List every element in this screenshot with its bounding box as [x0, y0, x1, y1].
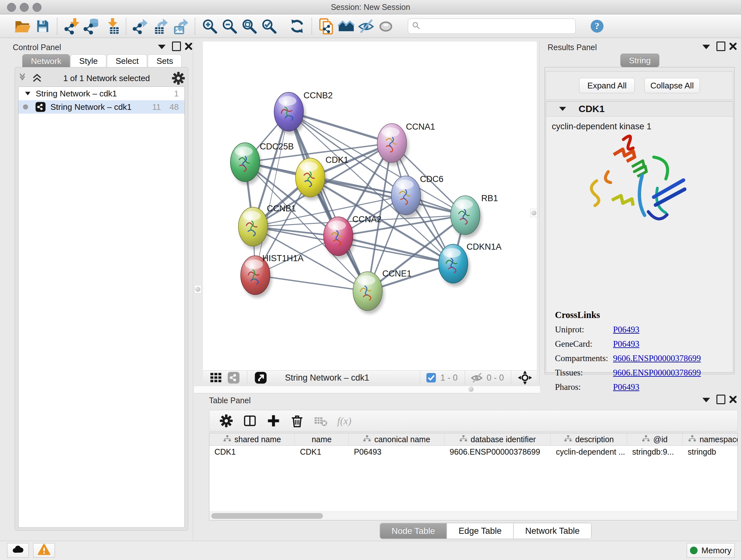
zoom-out-icon[interactable] [219, 16, 239, 36]
results-panel-menu-icon[interactable] [701, 42, 712, 52]
results-panel-close-icon[interactable] [728, 41, 738, 52]
tab-sets[interactable]: Sets [148, 54, 182, 68]
expand-all-button[interactable]: Expand All [579, 78, 635, 93]
edge-HIST1H1A-CCNE1[interactable] [255, 275, 367, 291]
table-row[interactable]: CDK1CDK1P064939606.ENSP00000378699cyclin… [209, 446, 738, 458]
node-gloss [443, 248, 461, 258]
column-header--id[interactable]: @id [627, 433, 683, 445]
control-panel-float-icon[interactable] [171, 41, 182, 52]
table-hscrollbar[interactable] [209, 511, 738, 520]
new-network-from-selection-icon[interactable] [317, 16, 336, 36]
table-cell[interactable]: 9606.ENSP00000378699 [445, 446, 551, 458]
control-panel-close-icon[interactable] [183, 41, 194, 52]
right-splitter-handle[interactable] [530, 209, 537, 217]
column-header-description[interactable]: description [551, 433, 627, 445]
zoom-fit-icon[interactable] [239, 16, 259, 36]
view-network-icon[interactable] [225, 368, 243, 388]
search-input[interactable] [423, 21, 571, 31]
detach-view-icon[interactable] [252, 368, 270, 388]
hide-selected-icon[interactable] [356, 16, 376, 36]
table-panel-menu-icon[interactable] [701, 395, 712, 406]
tab-style[interactable]: Style [71, 54, 106, 68]
zoom-in-icon[interactable] [200, 16, 219, 36]
tab-network-table[interactable]: Network Table [514, 523, 592, 539]
table-panel-float-icon[interactable] [716, 394, 726, 405]
crosslink-link[interactable]: 9606.ENSP00000378699 [613, 354, 701, 363]
table-panel-close-icon[interactable] [728, 394, 738, 405]
horizontal-splitter[interactable] [194, 386, 540, 393]
control-panel-menu-icon[interactable] [156, 42, 167, 52]
crosslink-label: Tissues: [555, 368, 613, 378]
crosslink-link[interactable]: P06493 [613, 382, 639, 392]
zoom-selected-icon[interactable] [259, 16, 279, 36]
collapse-all-icon[interactable] [15, 68, 30, 88]
fit-selected-crosshair-icon[interactable] [516, 368, 534, 388]
node-count: 11 [152, 102, 161, 112]
tab-edge-table[interactable]: Edge Table [447, 523, 514, 539]
expand-all-icon[interactable] [30, 68, 44, 88]
table-cell[interactable]: stringdb [683, 446, 738, 458]
table-cell[interactable]: P06493 [349, 446, 445, 458]
node-label-CCNB1: CCNB1 [267, 204, 296, 213]
warning-button[interactable] [33, 543, 55, 558]
home-icon[interactable] [336, 16, 356, 36]
tab-network[interactable]: Network [22, 54, 70, 68]
results-panel: Results Panel String Expand All Collapse… [541, 39, 738, 392]
memory-button[interactable]: Memory [687, 543, 735, 558]
tab-select[interactable]: Select [107, 54, 147, 68]
crosslink-row: Tissues: 9606.ENSP00000378699 [555, 368, 701, 378]
import-network-database-icon[interactable] [82, 16, 102, 36]
import-table-file-icon[interactable] [102, 16, 121, 36]
tab-node-table[interactable]: Node Table [380, 523, 447, 539]
node-label-CCNB2: CCNB2 [304, 91, 333, 100]
crosslinks-title: CrossLinks [555, 310, 701, 320]
network-collection-row[interactable]: String Network – cdk1 1 [18, 87, 185, 100]
collapse-entry-icon[interactable] [559, 107, 566, 111]
crosslink-link[interactable]: P06493 [613, 339, 639, 349]
collapse-all-button[interactable]: Collapse All [644, 78, 700, 93]
network-view-canvas[interactable]: CCNB2 CCNA1 CDC25B CDK1 CDC6 RB1 CCNB1 C… [203, 42, 537, 370]
view-grid-icon[interactable] [207, 368, 225, 388]
delete-column-icon[interactable] [285, 412, 309, 430]
results-panel-float-icon[interactable] [716, 41, 726, 52]
table-panel: Table Panel f(x) shared name name canoni… [194, 393, 741, 535]
table-cell[interactable]: stringdb:9... [627, 446, 683, 458]
import-network-file-icon[interactable] [62, 16, 82, 36]
crosslink-label: GeneCard: [555, 339, 613, 349]
node-label-CDC25B: CDC25B [260, 142, 294, 151]
column-header-canonical-name[interactable]: canonical name [349, 433, 445, 445]
memory-status-dot [690, 547, 697, 554]
edge-CCNA2-CDKN1A[interactable] [338, 236, 453, 264]
manage-columns-icon[interactable] [238, 412, 262, 430]
table-cell[interactable]: CDK1 [209, 446, 295, 458]
add-column-icon[interactable] [262, 412, 285, 430]
save-session-icon[interactable] [32, 16, 52, 36]
apply-layout-icon[interactable] [287, 16, 307, 36]
export-network-icon[interactable] [131, 16, 151, 36]
table-hscrollbar-thumb[interactable] [211, 513, 323, 519]
network-options-gear-icon[interactable] [169, 68, 188, 88]
column-header-namespace[interactable]: namespace [683, 433, 738, 445]
show-all-icon[interactable] [376, 16, 396, 36]
left-splitter-handle[interactable] [194, 285, 201, 294]
selected-checkbox-icon[interactable] [424, 368, 438, 388]
tab-string[interactable]: String [620, 54, 659, 67]
gene-entry-header[interactable]: CDK1 [546, 102, 733, 117]
column-header-shared-name[interactable]: shared name [209, 433, 295, 445]
table-settings-gear-icon[interactable] [214, 412, 238, 430]
cloud-button[interactable] [7, 543, 29, 558]
table-cell[interactable]: CDK1 [295, 446, 349, 458]
network-row[interactable]: String Network – cdk1 11 48 [18, 100, 185, 114]
help-icon[interactable]: ? [587, 16, 607, 36]
edge-CCNB2-CCNE1[interactable] [289, 112, 367, 291]
export-table-icon[interactable] [151, 16, 171, 36]
hierarchy-icon [642, 435, 650, 444]
table-cell[interactable]: cyclin-dependent ... [551, 446, 627, 458]
export-image-icon[interactable] [171, 16, 190, 36]
crosslink-link[interactable]: 9606.ENSP00000378699 [613, 368, 701, 378]
open-session-icon[interactable] [13, 16, 32, 36]
crosslink-link[interactable]: P06493 [613, 325, 639, 334]
search-box[interactable] [408, 18, 576, 34]
column-header-database-identifier[interactable]: database identifier [445, 433, 551, 445]
column-header-name[interactable]: name [295, 433, 349, 445]
